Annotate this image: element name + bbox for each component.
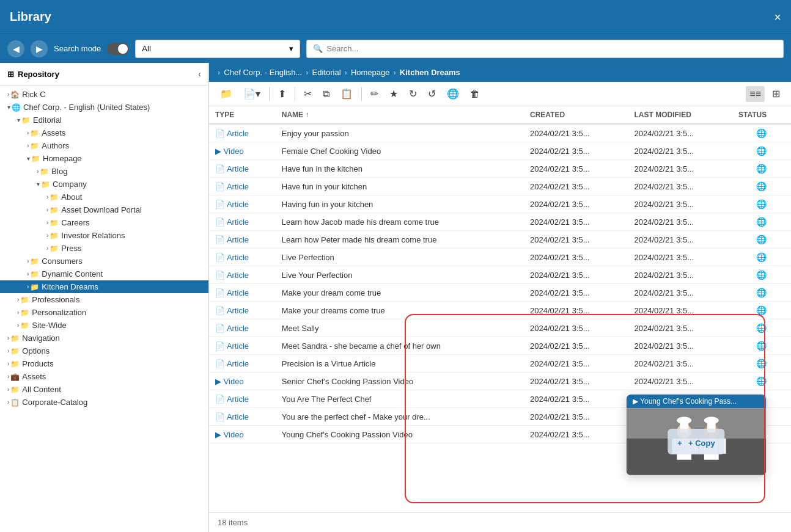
refresh-button[interactable]: ↻ [405, 86, 421, 102]
col-created[interactable]: CREATED [524, 106, 628, 124]
sidebar-item-consumers[interactable]: ›📁Consumers [0, 255, 208, 268]
sidebar-item-chef-corp[interactable]: ▾🌐Chef Corp. - English (United States) [0, 101, 208, 114]
sidebar-item-investor-relations[interactable]: ›📁Investor Relations [0, 229, 208, 242]
delete-button[interactable]: 🗑 [466, 86, 484, 102]
sidebar-item-editorial[interactable]: ▾📁Editorial [0, 114, 208, 126]
sidebar-item-assets[interactable]: ›📁Assets [0, 126, 208, 139]
tree-label-blog: Blog [51, 167, 67, 176]
cell-status: 🌐 [732, 160, 791, 178]
tree-icon-navigation: 📁 [10, 334, 20, 343]
tree-label-assets: Assets [42, 128, 65, 137]
duplicate-button[interactable]: ⧉ [319, 86, 333, 102]
col-status[interactable]: STATUS [732, 106, 791, 124]
cell-modified: 2024/02/21 3:5... [628, 142, 732, 160]
sidebar-item-all-content[interactable]: ›📁All Content [0, 383, 208, 396]
table-wrapper: TYPE NAME ↑ CREATED LAST MODIFIED STATUS… [209, 106, 791, 512]
table-row[interactable]: ▶ Video Senior Chef's Cooking Passion Vi… [209, 373, 791, 390]
table-row[interactable]: 📄 Article Meet Sally 2024/02/21 3:5... 2… [209, 319, 791, 337]
table-row[interactable]: 📄 Article Live Your Perfection 2024/02/2… [209, 266, 791, 284]
table-row[interactable]: 📄 Article Meet Sandra - she became a che… [209, 337, 791, 355]
sidebar-item-homepage[interactable]: ▾📁Homepage [0, 152, 208, 165]
cell-type: 📄 Article [209, 213, 276, 231]
col-name[interactable]: NAME ↑ [276, 106, 524, 124]
favorite-button[interactable]: ★ [386, 86, 402, 102]
sidebar-item-authors[interactable]: ›📁Authors [0, 139, 208, 152]
breadcrumb-item-bc-editorial[interactable]: Editorial [312, 68, 341, 77]
repo-icon: ⊞ [7, 70, 14, 79]
sidebar-item-products[interactable]: ›📁Products [0, 357, 208, 370]
search-input[interactable] [326, 44, 777, 53]
tree-label-chef-corp: Chef Corp. - English (United States) [23, 103, 150, 112]
search-box[interactable]: 🔍 [306, 40, 784, 58]
sidebar-item-dynamic-content[interactable]: ›📁Dynamic Content [0, 268, 208, 280]
upload-button[interactable]: ⬆ [274, 86, 290, 102]
table-row[interactable]: 📄 Article Live Perfection 2024/02/21 3:5… [209, 249, 791, 266]
sidebar-item-professionals[interactable]: ›📁Professionals [0, 293, 208, 306]
refresh-alt-button[interactable]: ↺ [424, 86, 440, 102]
cell-created: 2024/02/21 3:5... [524, 426, 628, 443]
status-globe-icon: 🌐 [756, 270, 767, 280]
col-modified[interactable]: LAST MODIFIED [628, 106, 732, 124]
breadcrumb-item-bc-kitchen[interactable]: Kitchen Dreams [400, 68, 460, 77]
tree-label-options: Options [22, 346, 50, 355]
table-row[interactable]: 📄 Article Make your dreams come true 202… [209, 302, 791, 319]
tree-icon-consumers: 📁 [30, 257, 39, 266]
table-row[interactable]: ▶ Video Female Chef Cooking Video 2024/0… [209, 142, 791, 160]
new-item-button[interactable]: 📄▾ [240, 86, 264, 102]
sidebar-title: Repository [18, 70, 59, 79]
table-row[interactable]: 📄 Article Enjoy your passion 2024/02/21 … [209, 124, 791, 142]
cell-created: 2024/02/21 3:5... [524, 319, 628, 337]
folder-button[interactable]: 📁 [216, 86, 236, 102]
sidebar-item-asset-download[interactable]: ›📁Asset Download Portal [0, 203, 208, 216]
sidebar-item-options[interactable]: ›📁Options [0, 344, 208, 357]
filter-dropdown[interactable]: All ▾ [135, 40, 300, 58]
cell-created: 2024/02/21 3:5... [524, 249, 628, 266]
sidebar-item-corporate-catalog[interactable]: ›📋Corporate-Catalog [0, 396, 208, 409]
sidebar-item-site-wide[interactable]: ›📁Site-Wide [0, 319, 208, 332]
col-type[interactable]: TYPE [209, 106, 276, 124]
sidebar-item-personalization[interactable]: ›📁Personalization [0, 306, 208, 319]
sidebar-item-rick-c[interactable]: ›🏠Rick C [0, 88, 208, 101]
tree-arrow: › [17, 309, 19, 316]
sidebar-item-about[interactable]: ›📁About [0, 191, 208, 203]
back-button[interactable]: ◀ [7, 40, 24, 57]
table-row[interactable]: 📄 Article Learn how Peter made his dream… [209, 231, 791, 249]
list-view-button[interactable]: ≡≡ [746, 86, 765, 102]
type-icon: 📄 [215, 288, 225, 297]
sidebar-item-navigation[interactable]: ›📁Navigation [0, 332, 208, 344]
breadcrumb-item-bc-homepage[interactable]: Homepage [351, 68, 390, 77]
paste-button[interactable]: 📋 [337, 86, 356, 102]
breadcrumb-item-bc-chef[interactable]: Chef Corp. - English... [224, 68, 302, 77]
tree-icon-press: 📁 [50, 244, 59, 253]
forward-button[interactable]: ▶ [31, 40, 48, 57]
cell-name: Have fun in your kitchen [276, 178, 524, 195]
tree-icon-options: 📁 [10, 347, 20, 355]
sidebar-item-company[interactable]: ▾📁Company [0, 178, 208, 191]
table-row[interactable]: 📄 Article Have fun in the kitchen 2024/0… [209, 160, 791, 178]
sidebar-item-press[interactable]: ›📁Press [0, 242, 208, 255]
table-row[interactable]: 📄 Article Learn how Jacob made his dream… [209, 213, 791, 231]
status-globe-icon: 🌐 [756, 323, 767, 333]
sidebar-item-blog[interactable]: ›📁Blog [0, 165, 208, 178]
cut-button[interactable]: ✂ [300, 86, 315, 102]
cell-type: 📄 Article [209, 302, 276, 319]
cell-name: Female Chef Cooking Video [276, 142, 524, 160]
sidebar-item-assets-root[interactable]: ›💼Assets [0, 370, 208, 383]
table-row[interactable]: 📄 Article Make your dream come true 2024… [209, 284, 791, 302]
table-row[interactable]: 📄 Article Have fun in your kitchen 2024/… [209, 178, 791, 195]
cell-created: 2024/02/21 3:5... [524, 142, 628, 160]
tree-icon-dynamic-content: 📁 [30, 270, 39, 279]
sidebar-collapse-button[interactable]: ‹ [198, 69, 201, 79]
globe-button[interactable]: 🌐 [443, 86, 463, 102]
cell-modified: 2024/02/21 3:5... [628, 195, 732, 213]
sidebar-item-kitchen-dreams[interactable]: ›📁Kitchen Dreams [0, 280, 208, 293]
table-row[interactable]: 📄 Article Precision is a Virtue Article … [209, 355, 791, 373]
table-row[interactable]: 📄 Article Having fun in your kitchen 202… [209, 195, 791, 213]
sidebar-item-careers[interactable]: ›📁Careers [0, 216, 208, 229]
edit-button[interactable]: ✏ [367, 86, 382, 102]
search-mode-toggle[interactable] [107, 43, 129, 55]
tree-arrow: › [46, 232, 48, 239]
cell-type: 📄 Article [209, 231, 276, 249]
grid-view-button[interactable]: ⊞ [768, 86, 784, 102]
close-button[interactable]: × [774, 11, 781, 23]
